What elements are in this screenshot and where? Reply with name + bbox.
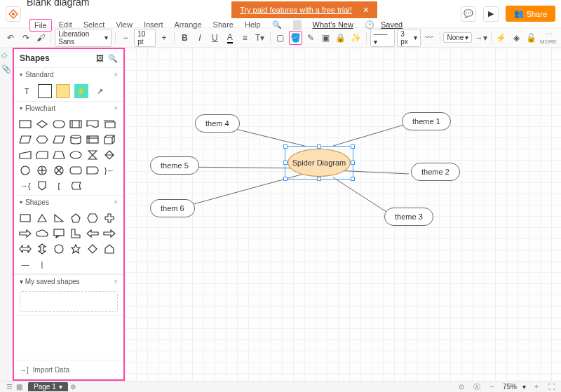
- sh-arr-rr[interactable]: [102, 227, 116, 240]
- fc-terminator[interactable]: [52, 118, 66, 130]
- paint-format-icon[interactable]: 🖌: [34, 31, 47, 45]
- menu-help[interactable]: Help: [241, 19, 265, 32]
- fc-decision[interactable]: [35, 118, 49, 130]
- section-flowchart[interactable]: ▾Flowchart×: [14, 102, 123, 115]
- fc-internal[interactable]: [86, 133, 100, 146]
- close-icon[interactable]: ×: [114, 278, 118, 285]
- note-shape[interactable]: [56, 84, 70, 98]
- line-style[interactable]: —— ▾: [370, 29, 396, 47]
- fc-manual-input[interactable]: [18, 149, 32, 161]
- rect-shape[interactable]: [38, 84, 52, 98]
- node-theme2[interactable]: theme 2: [411, 163, 460, 181]
- italic-icon[interactable]: I: [194, 31, 206, 45]
- text-options-icon[interactable]: T▾: [253, 31, 266, 45]
- sh-cloud[interactable]: [35, 227, 49, 240]
- sh-tri[interactable]: [35, 212, 49, 224]
- border-color-icon[interactable]: ✎: [304, 31, 317, 45]
- zoom-out-icon[interactable]: −: [487, 382, 497, 392]
- stroke-width[interactable]: 3 px ▾: [397, 29, 421, 47]
- fc-cube[interactable]: [102, 133, 116, 146]
- node-them4[interactable]: them 4: [195, 114, 240, 133]
- close-icon[interactable]: ×: [114, 104, 118, 112]
- help-icon[interactable]: 🔍: [268, 19, 286, 32]
- fc-collate[interactable]: [86, 149, 100, 161]
- zoom-caret[interactable]: ▾: [522, 383, 526, 391]
- node-them6[interactable]: them 6: [150, 199, 195, 217]
- fc-trap[interactable]: [52, 149, 66, 161]
- fc-or[interactable]: [52, 164, 66, 177]
- node-theme5[interactable]: theme 5: [150, 156, 199, 175]
- align-icon[interactable]: ≡: [238, 31, 251, 45]
- shape-fill-icon[interactable]: ▢: [274, 31, 287, 45]
- underline-icon[interactable]: U: [208, 31, 221, 45]
- sh-circle[interactable]: [52, 243, 66, 255]
- fc-sort[interactable]: [102, 149, 116, 161]
- sh-arr-r[interactable]: [18, 227, 32, 240]
- saved-shapes-dropzone[interactable]: [20, 291, 118, 312]
- canvas[interactable]: them 4 theme 1 theme 5 theme 2 them 6 th…: [125, 48, 561, 381]
- fc-sum[interactable]: [35, 164, 49, 177]
- sh-line[interactable]: |: [35, 258, 49, 271]
- import-data-button[interactable]: →] Import Data: [14, 360, 123, 379]
- node-theme3[interactable]: theme 3: [384, 208, 433, 226]
- presentation-icon[interactable]: ⊙: [457, 382, 466, 392]
- sh-lblock[interactable]: [69, 227, 83, 240]
- fc-comment[interactable]: [: [52, 180, 66, 192]
- arrow-end-icon[interactable]: →▾: [474, 31, 487, 45]
- app-logo[interactable]: [6, 6, 21, 22]
- accessibility-icon[interactable]: Ⓐ: [472, 382, 482, 392]
- sh-cross[interactable]: [102, 212, 116, 224]
- sh-rtri[interactable]: [52, 212, 66, 224]
- font-size-dec[interactable]: −: [119, 31, 132, 45]
- fc-document[interactable]: [86, 118, 100, 130]
- fc-display[interactable]: [69, 164, 83, 177]
- cloud-lock-icon[interactable]: 🔓: [525, 31, 538, 45]
- node-theme1[interactable]: theme 1: [402, 112, 451, 130]
- sh-arr-l[interactable]: [86, 227, 100, 240]
- fc-circle[interactable]: [18, 164, 32, 177]
- whats-new-link[interactable]: What's New: [309, 19, 358, 32]
- font-size[interactable]: 10 pt: [134, 29, 156, 47]
- magic-icon[interactable]: ✨: [349, 31, 362, 45]
- fc-process[interactable]: [18, 118, 32, 130]
- fc-connector[interactable]: [35, 180, 49, 192]
- fc-brace-l[interactable]: →{: [18, 180, 32, 192]
- font-size-inc[interactable]: +: [158, 31, 170, 45]
- image-icon[interactable]: 🖼: [96, 54, 104, 63]
- fc-brace-r[interactable]: }←: [102, 164, 116, 177]
- page-tab[interactable]: Page 1 ▾: [28, 382, 68, 391]
- layers-icon[interactable]: ◈: [510, 31, 522, 45]
- fc-parallelogram[interactable]: [52, 133, 66, 146]
- fc-hex[interactable]: [35, 133, 49, 146]
- line-color-icon[interactable]: 〰: [423, 31, 435, 45]
- zoom-level[interactable]: 75%: [503, 383, 517, 391]
- fc-data[interactable]: [18, 133, 32, 146]
- fc-predef[interactable]: [69, 118, 83, 130]
- sh-rect[interactable]: [18, 212, 32, 224]
- sh-hex[interactable]: [86, 212, 100, 224]
- fc-ellipse[interactable]: [69, 149, 83, 161]
- fullscreen-icon[interactable]: ⛶: [547, 382, 557, 392]
- redo-icon[interactable]: ↷: [19, 31, 32, 45]
- search-icon[interactable]: 🔍: [108, 54, 118, 63]
- rail-shapes-icon[interactable]: ◇: [1, 50, 11, 60]
- sh-diamond[interactable]: [86, 243, 100, 255]
- arrow-style[interactable]: None ▾: [443, 32, 472, 43]
- banner-close-icon[interactable]: ×: [363, 4, 369, 15]
- fill-color-icon[interactable]: 🪣: [289, 31, 302, 45]
- sh-callout[interactable]: [52, 227, 66, 240]
- center-node[interactable]: Spider Diagram: [288, 149, 351, 177]
- fc-database[interactable]: [69, 133, 83, 146]
- fc-multidoc[interactable]: [102, 118, 116, 130]
- action-shape[interactable]: ⚡: [74, 84, 88, 98]
- flash-icon[interactable]: ⚡: [495, 31, 508, 45]
- menu-arrange[interactable]: Arrange: [170, 19, 205, 32]
- bold-icon[interactable]: B: [178, 31, 191, 45]
- menu-share[interactable]: Share: [209, 19, 238, 32]
- text-color-icon[interactable]: A: [223, 31, 236, 45]
- comment-icon[interactable]: 💬: [461, 6, 476, 22]
- font-selector[interactable]: Liberation Sans ▾: [55, 29, 111, 47]
- share-button[interactable]: 👥 Share: [506, 6, 555, 22]
- close-icon[interactable]: ×: [114, 71, 118, 79]
- section-saved[interactable]: ▾ My saved shapes×: [14, 274, 123, 288]
